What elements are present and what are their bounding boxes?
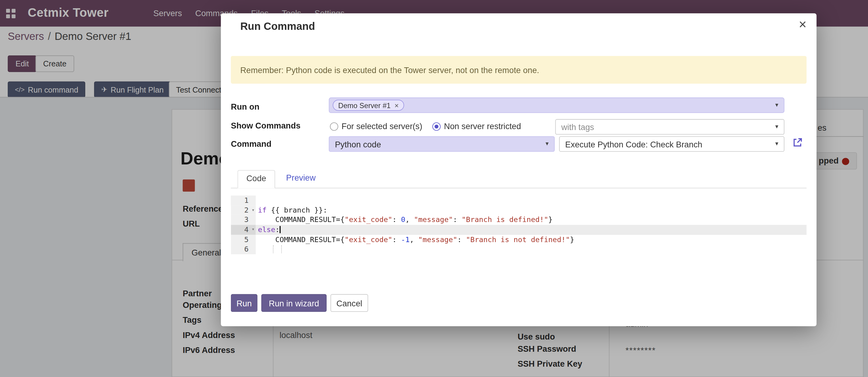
editor-line[interactable]: 1 [231,196,807,205]
dialog-title: Run Command [240,21,315,33]
tab-preview[interactable]: Preview [284,170,318,187]
show-commands-label: Show Commands [231,121,300,130]
command-type-value: Python code [335,139,381,149]
code-line[interactable]: COMMAND_RESULT={"exit_code": -1, "messag… [256,235,807,244]
external-link-icon[interactable] [792,137,803,148]
fold-toggle-icon[interactable]: ▾ [252,205,255,215]
editor-line[interactable]: 6 [231,244,807,254]
radio-non-server-restricted-label[interactable]: Non server restricted [444,121,521,130]
code-line[interactable]: else: [256,225,807,235]
indent-guide [273,246,274,253]
chevron-down-icon: ▾ [775,123,778,130]
editor-line[interactable]: 4▾else: [231,225,807,235]
tags-filter-select[interactable]: with tags ▾ [555,119,784,135]
editor-tabs: Code Preview [231,170,807,188]
cancel-button[interactable]: Cancel [331,294,368,312]
run-on-field[interactable]: Demo Server #1 × ▾ [329,97,784,113]
code-editor-rows: 12▾if {{ branch }}:3 COMMAND_RESULT={"ex… [231,196,807,254]
server-tag: Demo Server #1 × [333,99,404,111]
chevron-down-icon: ▾ [775,102,778,109]
code-editor[interactable]: 12▾if {{ branch }}:3 COMMAND_RESULT={"ex… [231,196,807,267]
run-command-dialog: Run Command × Remember: Python code is e… [221,13,816,326]
chevron-down-icon: ▾ [775,140,778,147]
indent-guide [281,246,282,253]
code-line[interactable]: COMMAND_RESULT={"exit_code": 0, "message… [256,215,807,225]
line-number: 1 [231,196,256,205]
line-number: 6 [231,244,256,254]
line-number: 4▾ [231,225,256,235]
editor-line[interactable]: 2▾if {{ branch }}: [231,205,807,215]
code-line[interactable]: if {{ branch }}: [256,205,807,215]
code-line[interactable] [256,196,807,205]
line-number: 2▾ [231,205,256,215]
command-type-select[interactable]: Python code ▾ [329,136,555,152]
text-cursor [280,226,281,233]
line-number: 5 [231,235,256,244]
tag-remove-icon[interactable]: × [395,101,399,109]
run-button[interactable]: Run [231,294,257,312]
warning-alert: Remember: Python code is executed on the… [231,56,807,84]
server-tag-label: Demo Server #1 [338,101,391,109]
fold-toggle-icon[interactable]: ▾ [252,225,255,235]
run-on-label: Run on [231,102,259,112]
editor-line[interactable]: 3 COMMAND_RESULT={"exit_code": 0, "messa… [231,215,807,225]
screen: Cetmix Tower Servers Commands Files Tool… [0,0,868,377]
command-value: Execute Python Code: Check Branch [565,139,702,149]
chevron-down-icon: ▾ [546,140,549,147]
close-icon[interactable]: × [799,17,807,32]
tags-filter-placeholder: with tags [561,122,594,132]
radio-for-selected-servers[interactable] [330,122,338,130]
line-number: 3 [231,215,256,225]
command-label: Command [231,139,271,149]
code-line[interactable] [256,244,807,254]
viewport: Cetmix Tower Servers Commands Files Tool… [0,0,868,377]
radio-for-selected-servers-label[interactable]: For selected server(s) [341,121,422,130]
editor-line[interactable]: 5 COMMAND_RESULT={"exit_code": -1, "mess… [231,235,807,244]
radio-non-server-restricted[interactable] [432,122,441,130]
tab-code[interactable]: Code [238,170,275,188]
command-select[interactable]: Execute Python Code: Check Branch ▾ [559,136,784,152]
run-in-wizard-button[interactable]: Run in wizard [261,294,327,312]
